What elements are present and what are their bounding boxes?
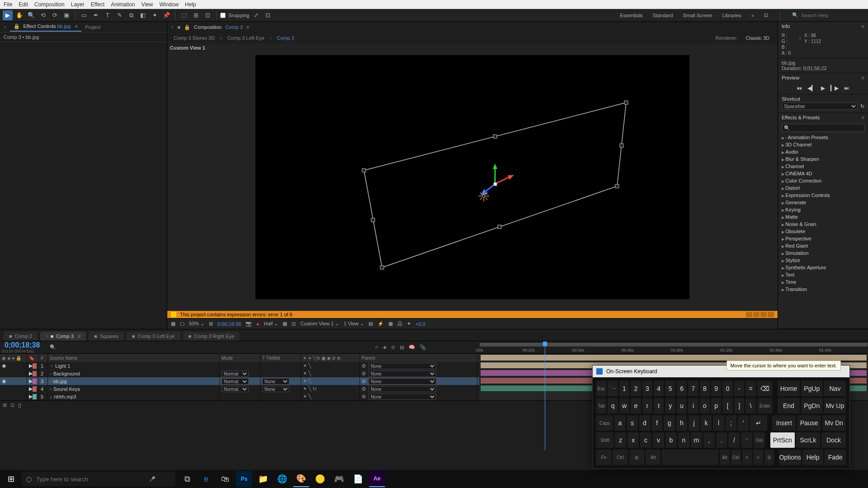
osk-key[interactable]: ' [738,415,749,431]
osk-key[interactable]: Ctrl [613,450,627,465]
first-frame-icon[interactable]: ⏮ [797,85,802,91]
osk-key[interactable]: Help [802,450,824,465]
layer-row[interactable]: ▶ 5♪nhhh.mp3✦ ╲⊙None [0,393,479,400]
osk-key[interactable]: 6 [677,381,687,396]
timeline-ruler[interactable]: :00s00:15s00:30s00:45s01:00s01:15s01:30s… [479,342,868,353]
effects-category[interactable]: Expression Controls [778,192,868,199]
effects-search-input[interactable] [782,124,864,132]
osk-key[interactable]: Caps [596,415,613,431]
effects-category[interactable]: Red Giant [778,242,868,249]
effects-category[interactable]: Animation Presets [778,134,868,141]
rotate-tool-icon[interactable]: ⟳ [50,10,60,20]
osk-key[interactable]: n [678,432,689,448]
search-help[interactable]: 🔍 [792,12,860,18]
taskbar-search[interactable]: ◯ 🎤 [22,472,175,486]
osk-key[interactable]: x [627,432,639,448]
toggle-mask-icon[interactable]: ▢ [180,321,184,327]
aftereffects-icon[interactable]: Ae [369,471,385,487]
toggle-switches-icon[interactable]: ⊞ [3,402,7,408]
effects-category[interactable]: Stylize [778,257,868,264]
quality-select[interactable]: Half ⌄ [264,321,278,327]
chrome-icon[interactable]: 🌐 [274,471,290,487]
osk-key[interactable]: 3 [642,381,652,396]
roto-tool-icon[interactable]: ✦ [150,10,160,20]
guides-icon[interactable]: ⊡ [292,321,296,327]
osk-key[interactable] [662,450,718,465]
hand-tool-icon[interactable]: ✋ [14,10,24,20]
osk-key[interactable]: PgDn [801,398,823,413]
osk-key[interactable]: Dock [821,432,846,448]
osk-key[interactable]: q [608,398,618,413]
osk-key[interactable]: o [700,398,710,413]
error-close-button[interactable] [768,312,774,317]
osk-key[interactable]: > [753,450,763,465]
timeline-search-input[interactable] [59,344,366,351]
local-axis-icon[interactable]: ⬚ [179,10,189,20]
osk-key[interactable]: Fn [596,450,611,465]
store-icon[interactable]: 🛍 [217,471,233,487]
effects-category[interactable]: 3D Channel [778,141,868,148]
puppet-tool-icon[interactable]: 📌 [161,10,171,20]
osk-key[interactable]: y [665,398,675,413]
tl-shy-icon[interactable]: ⤶ [374,344,378,350]
tl-graph-icon[interactable]: ▤ [400,344,404,350]
xbox-icon[interactable]: 🎮 [331,471,347,487]
osk-key[interactable]: w [619,398,629,413]
layer-row[interactable]: ◉▶ 3▫bb.jpgNormalNone✦ ╲⊙None [0,377,479,385]
osk-key[interactable]: b [665,432,677,448]
shortcut-reset-icon[interactable]: ↻ [860,103,864,109]
fast-preview-icon[interactable]: ⚡ [377,321,384,327]
snap-edge-icon[interactable]: ⤢ [251,10,261,20]
osk-key[interactable]: 8 [700,381,710,396]
toggle-alpha-icon[interactable]: ▦ [171,321,175,327]
explorer-icon[interactable]: 📁 [255,471,271,487]
osk-key[interactable]: End [778,398,799,413]
photoshop-icon[interactable]: Ps [236,471,252,487]
camera-tool-icon[interactable]: ▣ [61,10,71,20]
osk-key[interactable]: / [728,432,740,448]
osk-key[interactable]: 9 [711,381,721,396]
channel-icon[interactable]: ● [256,321,259,327]
effects-category[interactable]: Color Correction [778,177,868,184]
next-frame-icon[interactable]: ▎▶ [830,85,839,91]
osk-key[interactable]: u [677,398,687,413]
osk-key[interactable]: 1 [619,381,629,396]
paint-icon[interactable]: 🎨 [293,471,309,487]
panel-menu-icon[interactable]: ≡ [862,115,864,120]
flowchart-icon[interactable]: 品 [397,320,402,327]
last-frame-icon[interactable]: ⏭ [844,85,849,91]
composition-viewport[interactable]: Custom View 1 [167,43,778,311]
toggle-modes-icon[interactable]: ⊡ [10,402,14,408]
osk-key[interactable]: ⌫ [757,381,773,396]
menu-view[interactable]: View [142,1,153,8]
snapshot-icon[interactable]: 📷 [245,321,252,327]
view-axis-icon[interactable]: ⊡ [203,10,212,20]
tl-motionblur-icon[interactable]: ⊘ [391,344,395,350]
chrome-canary-icon[interactable]: 🟡 [312,471,328,487]
tl-framebend-icon[interactable]: ◈ [383,344,387,350]
breadcrumb-item[interactable]: Comp 3 [277,35,294,41]
osk-key[interactable]: Del [754,432,765,448]
osk-key[interactable]: - [734,381,744,396]
timeline-tab[interactable]: ■Comp 3 Left Eye [127,332,180,341]
brush-tool-icon[interactable]: ✎ [114,10,124,20]
composition-name-link[interactable]: Comp 3 [225,24,243,30]
osk-key[interactable]: s [627,415,638,431]
osk-key[interactable]: p [711,398,721,413]
osk-key[interactable]: 4 [654,381,664,396]
osk-key[interactable]: t [654,398,664,413]
toggle-in-out-icon[interactable]: {} [18,403,21,408]
start-button[interactable]: ⊞ [0,470,22,488]
layer-row[interactable]: ▶ 4▫Sound KeysNormalNone✦ ╲ fx⊙None [0,385,479,393]
osk-key[interactable]: r [642,398,652,413]
osk-key[interactable]: Mv Up [824,398,846,413]
osk-key[interactable]: z [615,432,626,448]
osk-key[interactable]: v [653,432,664,448]
effects-category[interactable]: Text [778,271,868,278]
pixel-aspect-icon[interactable]: ▤ [368,321,373,327]
effects-category[interactable]: Time [778,278,868,286]
effect-controls-tab[interactable]: 🔒 Effect Controls bb.jpg ≡ [10,22,81,32]
osk-key[interactable]: d [639,415,650,431]
workspace-standard[interactable]: Standard [653,13,673,18]
prev-frame-icon[interactable]: ◀▎ [807,85,816,91]
